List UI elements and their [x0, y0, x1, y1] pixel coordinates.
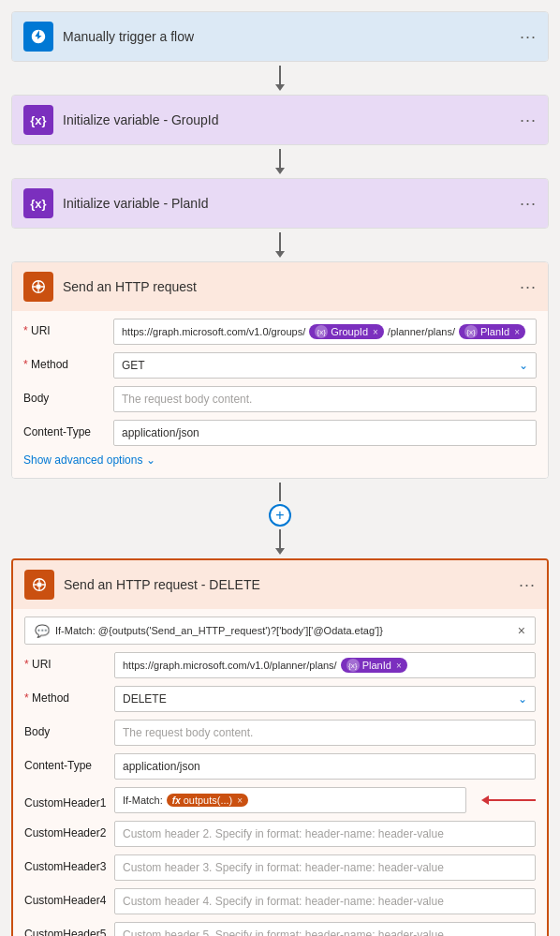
method-chevron-1: ⌄ [519, 359, 528, 372]
show-advanced-button-1[interactable]: Show advanced options ⌄ [23, 453, 537, 467]
outputs-token-remove[interactable]: × [237, 795, 243, 806]
connector-line-1 [279, 66, 281, 84]
method-chevron-2: ⌄ [518, 692, 527, 706]
variable-planid-card: {x} Initialize variable - PlanId ··· [11, 178, 549, 229]
variable-groupid-card: {x} Initialize variable - GroupId ··· [11, 95, 549, 145]
content-type-field-row-1: Content-Type application/json [23, 420, 537, 446]
variable-planid-title: Initialize variable - PlanId [63, 196, 510, 211]
flow-canvas: Manually trigger a flow ··· {x} Initiali… [11, 11, 549, 936]
custom-header-4-value[interactable]: Custom header 4. Specify in format: head… [114, 888, 536, 914]
custom-header-2-value[interactable]: Custom header 2. Specify in format: head… [114, 821, 536, 847]
uri-value-1[interactable]: https://graph.microsoft.com/v1.0/groups/… [113, 319, 537, 345]
body-field-row-1: Body The request body content. [23, 386, 537, 412]
show-advanced-chevron-1: ⌄ [146, 453, 155, 467]
http-request-2-title: Send an HTTP request - DELETE [64, 577, 509, 592]
custom-header-4-label: CustomHeader4 [24, 888, 107, 907]
custom-header-1-key: If-Match: [123, 795, 163, 806]
variable-groupid-more-button[interactable]: ··· [520, 111, 537, 130]
red-arrow-indicator [481, 795, 536, 805]
method-label-2: * Method [24, 686, 107, 705]
groupid-token-remove[interactable]: × [373, 327, 378, 337]
outputs-token-fx-label: fx [172, 795, 181, 806]
groupid-token-icon: {x} [315, 325, 328, 338]
uri-label-1: * URI [23, 319, 106, 337]
trigger-more-button[interactable]: ··· [520, 27, 537, 47]
content-type-value-2[interactable]: application/json [114, 753, 536, 780]
uri-field-row-2: * URI https://graph.microsoft.com/v1.0/p… [24, 652, 536, 678]
method-label-1: * Method [23, 352, 106, 371]
content-type-value-1[interactable]: application/json [113, 420, 537, 446]
connector-plus-arrow [275, 548, 285, 555]
http-request-2-body: 💬 If-Match: @{outputs('Send_an_HTTP_requ… [13, 609, 547, 936]
if-match-close-button[interactable]: × [518, 623, 525, 638]
trigger-title: Manually trigger a flow [63, 29, 510, 44]
connector-1 [275, 62, 285, 95]
custom-header-5-row: CustomHeader5 Custom header 5. Specify i… [24, 922, 536, 936]
svg-point-7 [37, 582, 41, 587]
http-request-1-more-button[interactable]: ··· [520, 277, 537, 297]
http-request-2-header[interactable]: Send an HTTP request - DELETE ··· [13, 560, 547, 609]
uri-label-2: * URI [24, 652, 107, 671]
http-request-1-title: Send an HTTP request [63, 279, 510, 294]
variable-groupid-header[interactable]: {x} Initialize variable - GroupId ··· [12, 96, 548, 144]
show-advanced-label-1: Show advanced options [23, 453, 142, 467]
custom-header-1-row: CustomHeader1 If-Match: fx outputs(...) … [24, 787, 536, 813]
trigger-card: Manually trigger a flow ··· [11, 11, 549, 62]
connector-arrow-2 [275, 168, 285, 174]
custom-header-3-value[interactable]: Custom header 3. Specify in format: head… [114, 854, 536, 881]
connector-arrow-1 [275, 84, 285, 91]
method-field-row-2: * Method DELETE ⌄ [24, 686, 536, 712]
custom-header-5-label: CustomHeader5 [24, 922, 107, 936]
svg-point-1 [36, 284, 40, 289]
planid-token-2: {x} PlanId × [341, 658, 407, 673]
content-type-label-2: Content-Type [24, 753, 107, 772]
planid-token-2-remove[interactable]: × [396, 661, 402, 671]
planid-token-1: {x} PlanId × [459, 324, 525, 339]
uri-text-prefix-1: https://graph.microsoft.com/v1.0/groups/ [122, 326, 305, 337]
method-value-1: GET [122, 359, 145, 372]
method-select-1[interactable]: GET ⌄ [113, 352, 537, 379]
http-request-2-more-button[interactable]: ··· [519, 575, 536, 595]
variable-groupid-title: Initialize variable - GroupId [63, 112, 510, 127]
body-field-row-2: Body The request body content. [24, 720, 536, 746]
body-value-2[interactable]: The request body content. [114, 720, 536, 746]
custom-header-3-label: CustomHeader3 [24, 854, 107, 873]
add-step-button[interactable]: + [269, 504, 291, 527]
body-label-2: Body [24, 720, 107, 738]
planid-token-1-label: PlanId [480, 326, 509, 337]
uri-value-2[interactable]: https://graph.microsoft.com/v1.0/planner… [114, 652, 536, 678]
if-match-text: If-Match: @{outputs('Send_an_HTTP_reques… [55, 625, 518, 636]
trigger-header[interactable]: Manually trigger a flow ··· [12, 12, 548, 61]
custom-header-4-row: CustomHeader4 Custom header 4. Specify i… [24, 888, 536, 914]
custom-header-5-value[interactable]: Custom header 5. Specify in format: head… [114, 922, 536, 936]
uri-field-row-1: * URI https://graph.microsoft.com/v1.0/g… [23, 319, 537, 345]
connector-plus-line-top [279, 483, 281, 501]
planid-token-1-icon: {x} [464, 325, 478, 338]
connector-plus-line-bottom [279, 529, 281, 548]
red-arrow-line [489, 799, 536, 801]
body-label-1: Body [23, 386, 106, 405]
if-match-icon: 💬 [35, 624, 50, 638]
uri-text-suffix-1: /planner/plans/ [388, 326, 455, 337]
http-request-1-header[interactable]: Send an HTTP request ··· [12, 262, 548, 311]
method-select-2[interactable]: DELETE ⌄ [114, 686, 536, 712]
http-request-2-card: Send an HTTP request - DELETE ··· 💬 If-M… [11, 558, 549, 936]
planid-token-1-remove[interactable]: × [514, 327, 520, 337]
variable-groupid-icon: {x} [23, 105, 53, 135]
custom-header-2-label: CustomHeader2 [24, 821, 107, 839]
variable-planid-more-button[interactable]: ··· [520, 194, 537, 214]
http-request-1-card: Send an HTTP request ··· * URI https://g… [11, 261, 549, 479]
http-request-1-body: * URI https://graph.microsoft.com/v1.0/g… [12, 311, 548, 478]
connector-2 [275, 145, 285, 178]
connector-plus: + [269, 479, 291, 558]
http-request-1-icon [23, 272, 53, 302]
method-field-row-1: * Method GET ⌄ [23, 352, 537, 379]
if-match-banner: 💬 If-Match: @{outputs('Send_an_HTTP_requ… [24, 617, 536, 645]
custom-header-3-row: CustomHeader3 Custom header 3. Specify i… [24, 854, 536, 881]
body-value-1[interactable]: The request body content. [113, 386, 537, 412]
custom-header-1-label: CustomHeader1 [24, 791, 107, 810]
variable-planid-header[interactable]: {x} Initialize variable - PlanId ··· [12, 179, 548, 228]
custom-header-1-value[interactable]: If-Match: fx outputs(...) × [114, 787, 466, 813]
connector-line-3 [279, 232, 281, 251]
custom-header-2-row: CustomHeader2 Custom header 2. Specify i… [24, 821, 536, 847]
